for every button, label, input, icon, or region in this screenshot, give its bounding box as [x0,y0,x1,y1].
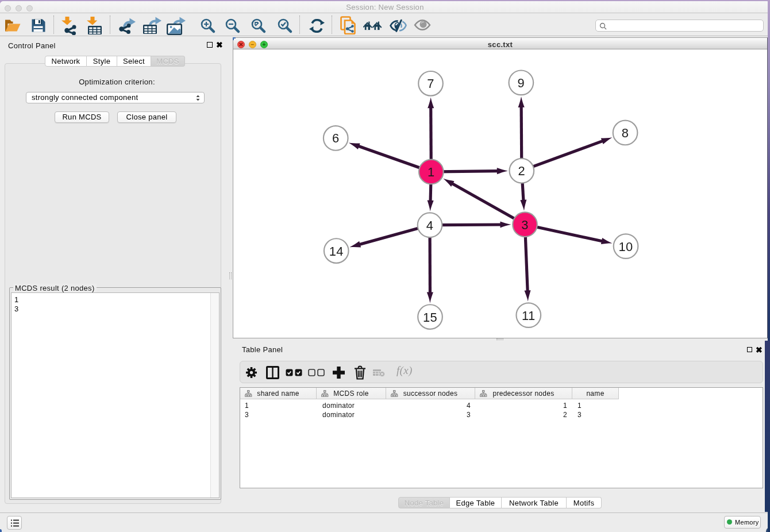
svg-text:9: 9 [518,76,525,90]
svg-text:4: 4 [426,218,433,233]
svg-text:7: 7 [427,76,434,91]
svg-text:1: 1 [428,165,434,179]
svg-text:2: 2 [518,164,525,178]
svg-text:6: 6 [332,131,339,145]
svg-text:8: 8 [622,126,629,140]
svg-text:3: 3 [521,218,528,232]
svg-text:15: 15 [423,310,437,325]
svg-text:11: 11 [522,309,535,323]
svg-text:14: 14 [329,244,344,259]
svg-text:10: 10 [619,240,633,254]
